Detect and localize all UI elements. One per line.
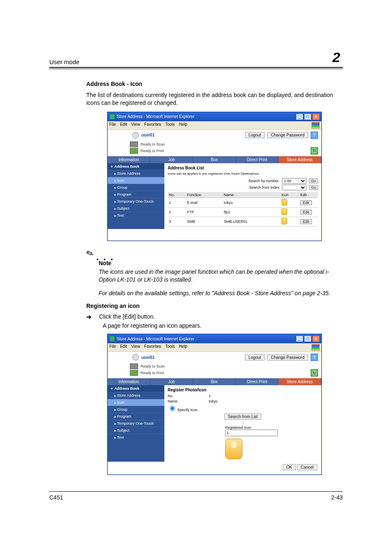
logout-button[interactable]: Logout <box>245 354 265 361</box>
sidebar-item-program[interactable]: Program <box>108 413 164 420</box>
sidebar-item-subject[interactable]: Subject <box>108 427 164 434</box>
ie-throbber-icon <box>311 344 320 351</box>
dropdown-marker-icon: ▽ <box>168 421 318 425</box>
menu-view[interactable]: View <box>131 122 140 129</box>
sidebar-item-store-address[interactable]: Store Address <box>108 392 164 399</box>
change-password-button[interactable]: Change Password <box>267 354 308 361</box>
sidebar-item-program[interactable]: Program <box>108 191 164 198</box>
menu-edit[interactable]: Edit <box>120 344 127 351</box>
footer-model: C451 <box>49 494 63 501</box>
sidebar-group-address-book[interactable]: Address Book <box>108 163 164 170</box>
ie-logo-icon <box>109 114 115 120</box>
user-icon <box>132 354 139 361</box>
tab-store-address[interactable]: Store Address <box>279 378 321 385</box>
maximize-button[interactable]: □ <box>304 335 311 342</box>
col-edit: Edit <box>299 192 318 198</box>
scanner-status-text: Ready to Scan <box>141 142 165 146</box>
change-password-button[interactable]: Change Password <box>267 132 308 138</box>
search-number-label: Search by number. <box>248 179 279 183</box>
menu-bar[interactable]: File Edit View Favorites Tools Help <box>108 121 321 130</box>
minimize-button[interactable]: _ <box>296 113 303 120</box>
cell-name: ftp1 <box>223 207 280 217</box>
edit-button[interactable]: Edit <box>300 219 312 224</box>
tab-store-address[interactable]: Store Address <box>279 156 321 163</box>
help-button[interactable]: ? <box>311 132 318 139</box>
refresh-button[interactable]: ↻ <box>311 369 318 377</box>
main-desc: Icons can be applied to pre-registered O… <box>168 172 318 176</box>
cell-no: 2 <box>168 207 186 217</box>
specify-icon-radio[interactable] <box>170 406 175 411</box>
running-head-title: User mode <box>49 58 79 65</box>
search-index-select[interactable] <box>282 185 307 190</box>
sidebar-item-text[interactable]: Text <box>108 212 164 219</box>
specify-icon-label: Specify Icon <box>178 408 198 412</box>
name-value: tokyo <box>209 399 218 403</box>
menu-view[interactable]: View <box>131 344 140 351</box>
tab-direct-print[interactable]: Direct Print <box>236 378 279 385</box>
window-titlebar[interactable]: Store Address - Microsoft Internet Explo… <box>108 112 321 121</box>
edit-button[interactable]: Edit <box>300 210 312 215</box>
sidebar-item-subject[interactable]: Subject <box>108 205 164 212</box>
sidebar-item-group[interactable]: Group <box>108 406 164 413</box>
note-paragraph-2: For details on the available settings, r… <box>99 289 343 297</box>
tab-job[interactable]: Job <box>150 156 193 163</box>
help-button[interactable]: ? <box>311 354 318 361</box>
registered-person-icon <box>225 439 242 459</box>
col-icon: Icon <box>280 192 299 198</box>
go-button-index[interactable]: Go <box>309 185 318 190</box>
close-button[interactable]: ✕ <box>312 335 320 342</box>
registered-icon-input[interactable] <box>225 430 278 436</box>
menu-favorites[interactable]: Favorites <box>144 122 161 129</box>
menu-file[interactable]: File <box>109 344 116 351</box>
window-titlebar[interactable]: Store Address - Microsoft Internet Explo… <box>108 334 321 343</box>
note-label: Note <box>99 260 343 266</box>
sidebar-item-temporary-one-touch[interactable]: Temporary One-Touch <box>108 198 164 205</box>
cell-function: SMB <box>186 217 223 226</box>
sidebar-item-icon[interactable]: Icon <box>108 177 164 184</box>
col-function: Function <box>186 192 223 198</box>
tab-box[interactable]: Box <box>193 378 236 385</box>
search-number-select[interactable]: 1-50 <box>282 178 307 184</box>
refresh-button[interactable]: ↻ <box>311 147 318 155</box>
go-button-number[interactable]: Go <box>309 178 318 183</box>
menu-tools[interactable]: Tools <box>165 122 175 129</box>
maximize-button[interactable]: □ <box>304 113 311 120</box>
menu-tools[interactable]: Tools <box>165 344 175 351</box>
menu-bar[interactable]: File Edit View Favorites Tools Help <box>108 343 321 352</box>
sidebar-item-group[interactable]: Group <box>108 184 164 191</box>
menu-help[interactable]: Help <box>179 122 187 129</box>
tab-job[interactable]: Job <box>150 378 193 385</box>
menu-help[interactable]: Help <box>179 344 187 351</box>
menu-favorites[interactable]: Favorites <box>144 344 161 351</box>
tab-direct-print[interactable]: Direct Print <box>236 156 279 163</box>
name-label: Name <box>168 399 201 403</box>
sidebar-item-store-address[interactable]: Store Address <box>108 170 164 177</box>
sidebar-item-text[interactable]: Text <box>108 434 164 441</box>
col-no: No. <box>168 192 186 198</box>
edit-button[interactable]: Edit <box>300 200 312 205</box>
minimize-button[interactable]: _ <box>296 335 303 342</box>
sidebar-item-temporary-one-touch[interactable]: Temporary One-Touch <box>108 420 164 427</box>
logout-button[interactable]: Logout <box>245 132 265 138</box>
sidebar-group-address-book[interactable]: Address Book <box>108 385 164 392</box>
menu-edit[interactable]: Edit <box>120 122 127 129</box>
tab-box[interactable]: Box <box>193 156 236 163</box>
menu-file[interactable]: File <box>109 122 116 129</box>
section-heading-icon: Address Book - Icon <box>86 81 343 87</box>
tab-information[interactable]: Information <box>108 156 150 163</box>
cancel-button[interactable]: Cancel <box>297 464 317 470</box>
registered-icon-label: Registered Icon <box>225 426 318 430</box>
close-button[interactable]: ✕ <box>312 113 320 120</box>
section-heading-register: Registering an icon <box>86 303 343 309</box>
note-pencil-icon: ✎ <box>85 247 95 260</box>
rule-thin <box>49 69 343 69</box>
tab-information[interactable]: Information <box>108 378 150 385</box>
rule-thick <box>49 67 343 68</box>
search-from-list-button[interactable]: Search from List <box>224 414 262 420</box>
ok-button[interactable]: OK <box>283 464 296 470</box>
sidebar-item-icon[interactable]: Icon <box>108 399 164 406</box>
printer-status-text: Ready to Print <box>141 371 164 375</box>
table-row: 2 FTP ftp1 Edit <box>168 207 318 217</box>
person-icon <box>281 218 287 224</box>
footer-page-number: 2-43 <box>331 494 343 501</box>
